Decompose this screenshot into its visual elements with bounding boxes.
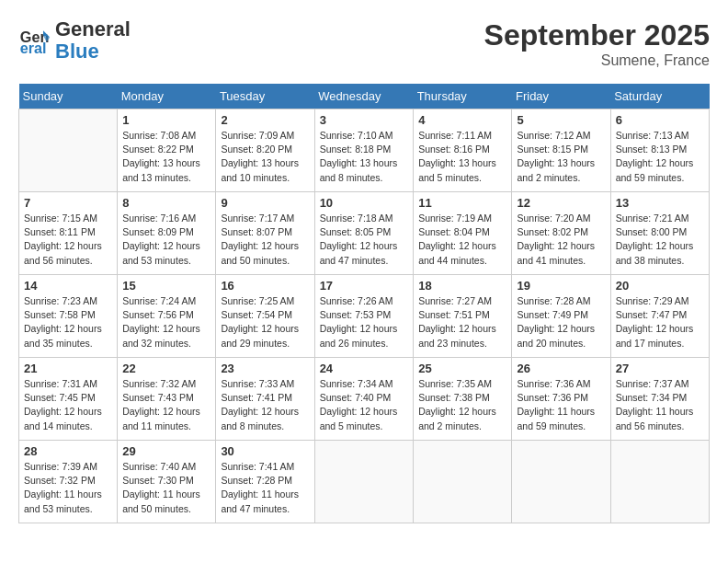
week-row: 28Sunrise: 7:39 AM Sunset: 7:32 PM Dayli… — [19, 441, 710, 523]
day-info: Sunrise: 7:23 AM Sunset: 7:58 PM Dayligh… — [24, 294, 112, 350]
calendar-cell: 7Sunrise: 7:15 AM Sunset: 8:11 PM Daylig… — [19, 192, 118, 275]
calendar-cell: 25Sunrise: 7:35 AM Sunset: 7:38 PM Dayli… — [414, 358, 512, 441]
day-info: Sunrise: 7:11 AM Sunset: 8:16 PM Dayligh… — [418, 129, 506, 185]
month-title: September 2025 — [484, 18, 710, 52]
calendar-cell: 30Sunrise: 7:41 AM Sunset: 7:28 PM Dayli… — [216, 441, 314, 523]
day-number: 25 — [418, 362, 506, 375]
day-number: 24 — [320, 362, 409, 375]
week-row: 7Sunrise: 7:15 AM Sunset: 8:11 PM Daylig… — [19, 192, 710, 275]
calendar-cell — [314, 441, 414, 523]
day-of-week-header: Tuesday — [216, 84, 314, 109]
calendar-cell: 19Sunrise: 7:28 AM Sunset: 7:49 PM Dayli… — [512, 275, 610, 358]
calendar-cell: 10Sunrise: 7:18 AM Sunset: 8:05 PM Dayli… — [314, 192, 414, 275]
day-number: 6 — [616, 113, 704, 127]
calendar-cell: 5Sunrise: 7:12 AM Sunset: 8:15 PM Daylig… — [512, 109, 610, 192]
calendar-cell: 20Sunrise: 7:29 AM Sunset: 7:47 PM Dayli… — [610, 275, 709, 358]
day-info: Sunrise: 7:25 AM Sunset: 7:54 PM Dayligh… — [221, 294, 309, 350]
calendar-cell: 15Sunrise: 7:24 AM Sunset: 7:56 PM Dayli… — [118, 275, 216, 358]
day-number: 5 — [517, 113, 605, 127]
day-of-week-header: Wednesday — [314, 84, 414, 109]
calendar-cell: 9Sunrise: 7:17 AM Sunset: 8:07 PM Daylig… — [216, 192, 314, 275]
calendar-cell: 24Sunrise: 7:34 AM Sunset: 7:40 PM Dayli… — [314, 358, 414, 441]
day-number: 2 — [221, 113, 309, 127]
day-number: 9 — [221, 196, 309, 210]
day-info: Sunrise: 7:09 AM Sunset: 8:20 PM Dayligh… — [221, 129, 309, 185]
day-info: Sunrise: 7:34 AM Sunset: 7:40 PM Dayligh… — [320, 377, 409, 433]
calendar-cell: 21Sunrise: 7:31 AM Sunset: 7:45 PM Dayli… — [19, 358, 118, 441]
day-info: Sunrise: 7:32 AM Sunset: 7:43 PM Dayligh… — [122, 377, 210, 433]
calendar-cell: 22Sunrise: 7:32 AM Sunset: 7:43 PM Dayli… — [118, 358, 216, 441]
day-number: 13 — [616, 196, 704, 210]
logo-text-general: General — [55, 18, 131, 40]
day-number: 18 — [418, 279, 506, 293]
week-row: 14Sunrise: 7:23 AM Sunset: 7:58 PM Dayli… — [19, 275, 710, 358]
calendar-cell: 29Sunrise: 7:40 AM Sunset: 7:30 PM Dayli… — [118, 441, 216, 523]
day-number: 12 — [517, 196, 605, 210]
day-number: 11 — [418, 196, 506, 210]
day-number: 28 — [24, 444, 112, 458]
day-info: Sunrise: 7:27 AM Sunset: 7:51 PM Dayligh… — [418, 294, 506, 350]
day-info: Sunrise: 7:20 AM Sunset: 8:02 PM Dayligh… — [517, 212, 605, 268]
calendar-cell: 13Sunrise: 7:21 AM Sunset: 8:00 PM Dayli… — [610, 192, 709, 275]
day-number: 10 — [320, 196, 409, 210]
day-number: 3 — [320, 113, 409, 127]
calendar-cell: 11Sunrise: 7:19 AM Sunset: 8:04 PM Dayli… — [414, 192, 512, 275]
day-number: 21 — [24, 362, 112, 375]
day-number: 22 — [122, 362, 210, 375]
calendar-cell: 23Sunrise: 7:33 AM Sunset: 7:41 PM Dayli… — [216, 358, 314, 441]
title-block: September 2025 Sumene, France — [484, 18, 710, 69]
logo-icon: Gen eral — [18, 24, 51, 57]
day-number: 26 — [517, 362, 605, 375]
logo-text-blue: Blue — [55, 40, 131, 63]
page-header: Gen eral General Blue September 2025 Sum… — [18, 18, 710, 69]
day-info: Sunrise: 7:08 AM Sunset: 8:22 PM Dayligh… — [122, 129, 210, 185]
day-info: Sunrise: 7:36 AM Sunset: 7:36 PM Dayligh… — [517, 377, 605, 433]
location: Sumene, France — [484, 52, 710, 69]
calendar-cell: 4Sunrise: 7:11 AM Sunset: 8:16 PM Daylig… — [414, 109, 512, 192]
week-row: 21Sunrise: 7:31 AM Sunset: 7:45 PM Dayli… — [19, 358, 710, 441]
day-info: Sunrise: 7:21 AM Sunset: 8:00 PM Dayligh… — [616, 212, 704, 268]
day-info: Sunrise: 7:31 AM Sunset: 7:45 PM Dayligh… — [24, 377, 112, 433]
day-of-week-header: Sunday — [19, 84, 118, 109]
day-number: 1 — [122, 113, 210, 127]
calendar-cell — [610, 441, 709, 523]
calendar-cell: 26Sunrise: 7:36 AM Sunset: 7:36 PM Dayli… — [512, 358, 610, 441]
calendar-cell — [414, 441, 512, 523]
day-number: 14 — [24, 279, 112, 293]
day-number: 17 — [320, 279, 409, 293]
day-info: Sunrise: 7:33 AM Sunset: 7:41 PM Dayligh… — [221, 377, 309, 433]
day-number: 29 — [122, 444, 210, 458]
calendar-cell: 27Sunrise: 7:37 AM Sunset: 7:34 PM Dayli… — [610, 358, 709, 441]
day-info: Sunrise: 7:18 AM Sunset: 8:05 PM Dayligh… — [320, 212, 409, 268]
calendar-cell: 17Sunrise: 7:26 AM Sunset: 7:53 PM Dayli… — [314, 275, 414, 358]
day-info: Sunrise: 7:24 AM Sunset: 7:56 PM Dayligh… — [122, 294, 210, 350]
calendar-cell: 6Sunrise: 7:13 AM Sunset: 8:13 PM Daylig… — [610, 109, 709, 192]
day-number: 19 — [517, 279, 605, 293]
day-number: 27 — [616, 362, 704, 375]
day-number: 15 — [122, 279, 210, 293]
day-info: Sunrise: 7:10 AM Sunset: 8:18 PM Dayligh… — [320, 129, 409, 185]
calendar-cell: 1Sunrise: 7:08 AM Sunset: 8:22 PM Daylig… — [118, 109, 216, 192]
svg-text:eral: eral — [20, 40, 47, 57]
day-info: Sunrise: 7:41 AM Sunset: 7:28 PM Dayligh… — [221, 460, 309, 516]
calendar-cell: 28Sunrise: 7:39 AM Sunset: 7:32 PM Dayli… — [19, 441, 118, 523]
day-info: Sunrise: 7:12 AM Sunset: 8:15 PM Dayligh… — [517, 129, 605, 185]
calendar-cell: 14Sunrise: 7:23 AM Sunset: 7:58 PM Dayli… — [19, 275, 118, 358]
calendar-cell: 3Sunrise: 7:10 AM Sunset: 8:18 PM Daylig… — [314, 109, 414, 192]
calendar-table: SundayMondayTuesdayWednesdayThursdayFrid… — [18, 84, 710, 523]
day-of-week-header: Monday — [118, 84, 216, 109]
calendar-cell — [512, 441, 610, 523]
day-number: 7 — [24, 196, 112, 210]
day-info: Sunrise: 7:39 AM Sunset: 7:32 PM Dayligh… — [24, 460, 112, 516]
calendar-cell: 2Sunrise: 7:09 AM Sunset: 8:20 PM Daylig… — [216, 109, 314, 192]
day-number: 30 — [221, 444, 309, 458]
day-info: Sunrise: 7:28 AM Sunset: 7:49 PM Dayligh… — [517, 294, 605, 350]
day-number: 20 — [616, 279, 704, 293]
day-of-week-header: Friday — [512, 84, 610, 109]
day-info: Sunrise: 7:17 AM Sunset: 8:07 PM Dayligh… — [221, 212, 309, 268]
day-of-week-header: Thursday — [414, 84, 512, 109]
calendar-cell: 12Sunrise: 7:20 AM Sunset: 8:02 PM Dayli… — [512, 192, 610, 275]
day-info: Sunrise: 7:37 AM Sunset: 7:34 PM Dayligh… — [616, 377, 704, 433]
calendar-cell: 16Sunrise: 7:25 AM Sunset: 7:54 PM Dayli… — [216, 275, 314, 358]
week-row: 1Sunrise: 7:08 AM Sunset: 8:22 PM Daylig… — [19, 109, 710, 192]
